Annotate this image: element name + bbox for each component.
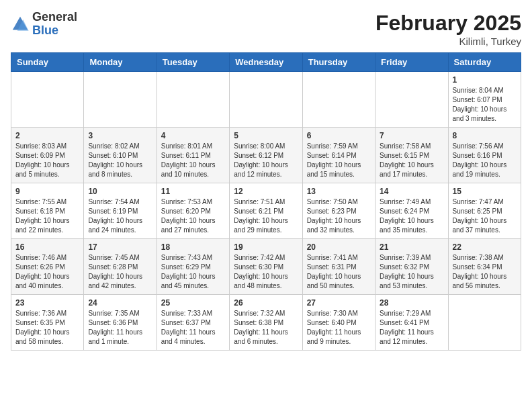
calendar-cell: 21Sunrise: 7:39 AM Sunset: 6:32 PM Dayli… bbox=[375, 239, 448, 295]
day-info: Sunrise: 7:59 AM Sunset: 6:14 PM Dayligh… bbox=[307, 142, 371, 179]
week-row-5: 23Sunrise: 7:36 AM Sunset: 6:35 PM Dayli… bbox=[11, 295, 521, 351]
day-number: 23 bbox=[15, 298, 79, 308]
day-info: Sunrise: 7:38 AM Sunset: 6:34 PM Dayligh… bbox=[453, 253, 517, 291]
day-number: 20 bbox=[307, 242, 371, 252]
calendar-cell: 20Sunrise: 7:41 AM Sunset: 6:31 PM Dayli… bbox=[302, 239, 375, 295]
calendar-cell: 18Sunrise: 7:43 AM Sunset: 6:29 PM Dayli… bbox=[157, 239, 229, 295]
day-number: 12 bbox=[234, 187, 298, 196]
day-number: 8 bbox=[453, 131, 517, 140]
day-number: 13 bbox=[307, 187, 371, 196]
day-info: Sunrise: 7:55 AM Sunset: 6:18 PM Dayligh… bbox=[15, 197, 79, 235]
month-year-title: February 2025 bbox=[375, 11, 521, 36]
day-number: 25 bbox=[161, 298, 225, 308]
day-number: 11 bbox=[161, 187, 225, 196]
day-number: 15 bbox=[453, 187, 517, 196]
day-info: Sunrise: 7:29 AM Sunset: 6:41 PM Dayligh… bbox=[380, 309, 443, 347]
weekday-header-thursday: Thursday bbox=[302, 53, 375, 72]
day-info: Sunrise: 7:43 AM Sunset: 6:29 PM Dayligh… bbox=[161, 253, 225, 291]
calendar-cell bbox=[448, 295, 521, 351]
logo-icon bbox=[11, 15, 30, 34]
day-info: Sunrise: 8:04 AM Sunset: 6:07 PM Dayligh… bbox=[453, 86, 517, 124]
calendar-cell: 9Sunrise: 7:55 AM Sunset: 6:18 PM Daylig… bbox=[11, 183, 84, 239]
week-row-2: 2Sunrise: 8:03 AM Sunset: 6:09 PM Daylig… bbox=[11, 128, 521, 183]
calendar-cell: 14Sunrise: 7:49 AM Sunset: 6:24 PM Dayli… bbox=[375, 183, 448, 239]
day-number: 26 bbox=[234, 298, 298, 308]
calendar-cell: 23Sunrise: 7:36 AM Sunset: 6:35 PM Dayli… bbox=[11, 295, 84, 351]
weekday-header-monday: Monday bbox=[84, 53, 157, 72]
day-info: Sunrise: 7:54 AM Sunset: 6:19 PM Dayligh… bbox=[88, 197, 152, 235]
calendar-cell: 17Sunrise: 7:45 AM Sunset: 6:28 PM Dayli… bbox=[84, 239, 157, 295]
weekday-header-row: SundayMondayTuesdayWednesdayThursdayFrid… bbox=[11, 53, 521, 72]
day-info: Sunrise: 7:58 AM Sunset: 6:15 PM Dayligh… bbox=[380, 142, 443, 179]
calendar-cell: 13Sunrise: 7:50 AM Sunset: 6:23 PM Dayli… bbox=[302, 183, 375, 239]
weekday-header-wednesday: Wednesday bbox=[230, 53, 302, 72]
calendar-cell: 24Sunrise: 7:35 AM Sunset: 6:36 PM Dayli… bbox=[84, 295, 157, 351]
logo-text: General Blue bbox=[32, 11, 77, 38]
week-row-4: 16Sunrise: 7:46 AM Sunset: 6:26 PM Dayli… bbox=[11, 239, 521, 295]
day-info: Sunrise: 7:41 AM Sunset: 6:31 PM Dayligh… bbox=[307, 253, 371, 291]
day-info: Sunrise: 7:46 AM Sunset: 6:26 PM Dayligh… bbox=[15, 253, 79, 291]
day-info: Sunrise: 7:50 AM Sunset: 6:23 PM Dayligh… bbox=[307, 197, 371, 235]
day-info: Sunrise: 7:47 AM Sunset: 6:25 PM Dayligh… bbox=[453, 197, 517, 235]
day-number: 10 bbox=[88, 187, 152, 196]
day-number: 14 bbox=[380, 187, 443, 196]
calendar-cell: 4Sunrise: 8:01 AM Sunset: 6:11 PM Daylig… bbox=[157, 128, 229, 183]
calendar-cell: 16Sunrise: 7:46 AM Sunset: 6:26 PM Dayli… bbox=[11, 239, 84, 295]
calendar-cell: 7Sunrise: 7:58 AM Sunset: 6:15 PM Daylig… bbox=[375, 128, 448, 183]
calendar-cell: 2Sunrise: 8:03 AM Sunset: 6:09 PM Daylig… bbox=[11, 128, 84, 183]
day-number: 17 bbox=[88, 242, 152, 252]
day-info: Sunrise: 8:03 AM Sunset: 6:09 PM Dayligh… bbox=[15, 142, 79, 179]
day-info: Sunrise: 7:30 AM Sunset: 6:40 PM Dayligh… bbox=[307, 309, 371, 347]
calendar-cell: 15Sunrise: 7:47 AM Sunset: 6:25 PM Dayli… bbox=[448, 183, 521, 239]
day-number: 9 bbox=[15, 187, 79, 196]
calendar-cell: 10Sunrise: 7:54 AM Sunset: 6:19 PM Dayli… bbox=[84, 183, 157, 239]
day-info: Sunrise: 7:36 AM Sunset: 6:35 PM Dayligh… bbox=[15, 309, 79, 347]
day-number: 5 bbox=[234, 131, 298, 140]
day-info: Sunrise: 8:02 AM Sunset: 6:10 PM Dayligh… bbox=[88, 142, 152, 179]
logo-general: General bbox=[32, 10, 77, 24]
calendar-cell: 22Sunrise: 7:38 AM Sunset: 6:34 PM Dayli… bbox=[448, 239, 521, 295]
day-number: 7 bbox=[380, 131, 443, 140]
day-number: 22 bbox=[453, 242, 517, 252]
day-info: Sunrise: 7:39 AM Sunset: 6:32 PM Dayligh… bbox=[380, 253, 443, 291]
day-info: Sunrise: 7:51 AM Sunset: 6:21 PM Dayligh… bbox=[234, 197, 298, 235]
weekday-header-saturday: Saturday bbox=[448, 53, 521, 72]
day-info: Sunrise: 7:42 AM Sunset: 6:30 PM Dayligh… bbox=[234, 253, 298, 291]
day-info: Sunrise: 7:32 AM Sunset: 6:38 PM Dayligh… bbox=[234, 309, 298, 347]
calendar-cell: 1Sunrise: 8:04 AM Sunset: 6:07 PM Daylig… bbox=[448, 72, 521, 128]
weekday-header-tuesday: Tuesday bbox=[157, 53, 229, 72]
day-number: 19 bbox=[234, 242, 298, 252]
weekday-header-sunday: Sunday bbox=[11, 53, 84, 72]
calendar-cell: 3Sunrise: 8:02 AM Sunset: 6:10 PM Daylig… bbox=[84, 128, 157, 183]
calendar-cell bbox=[302, 72, 375, 128]
day-info: Sunrise: 7:56 AM Sunset: 6:16 PM Dayligh… bbox=[453, 142, 517, 179]
day-info: Sunrise: 7:35 AM Sunset: 6:36 PM Dayligh… bbox=[88, 309, 152, 347]
calendar-cell: 25Sunrise: 7:33 AM Sunset: 6:37 PM Dayli… bbox=[157, 295, 229, 351]
logo-blue: Blue bbox=[32, 24, 58, 37]
day-number: 18 bbox=[161, 242, 225, 252]
calendar-cell: 5Sunrise: 8:00 AM Sunset: 6:12 PM Daylig… bbox=[230, 128, 302, 183]
calendar-cell: 27Sunrise: 7:30 AM Sunset: 6:40 PM Dayli… bbox=[302, 295, 375, 351]
day-number: 2 bbox=[15, 131, 79, 140]
day-info: Sunrise: 8:00 AM Sunset: 6:12 PM Dayligh… bbox=[234, 142, 298, 179]
location-subtitle: Kilimli, Turkey bbox=[375, 36, 521, 47]
calendar-cell: 6Sunrise: 7:59 AM Sunset: 6:14 PM Daylig… bbox=[302, 128, 375, 183]
calendar-cell: 26Sunrise: 7:32 AM Sunset: 6:38 PM Dayli… bbox=[230, 295, 302, 351]
day-number: 4 bbox=[161, 131, 225, 140]
day-number: 27 bbox=[307, 298, 371, 308]
day-info: Sunrise: 7:53 AM Sunset: 6:20 PM Dayligh… bbox=[161, 197, 225, 235]
calendar-cell: 12Sunrise: 7:51 AM Sunset: 6:21 PM Dayli… bbox=[230, 183, 302, 239]
day-info: Sunrise: 7:33 AM Sunset: 6:37 PM Dayligh… bbox=[161, 309, 225, 347]
calendar-cell: 8Sunrise: 7:56 AM Sunset: 6:16 PM Daylig… bbox=[448, 128, 521, 183]
calendar-cell bbox=[230, 72, 302, 128]
logo: General Blue bbox=[11, 11, 77, 38]
day-info: Sunrise: 7:45 AM Sunset: 6:28 PM Dayligh… bbox=[88, 253, 152, 291]
day-number: 6 bbox=[307, 131, 371, 140]
day-number: 16 bbox=[15, 242, 79, 252]
day-number: 1 bbox=[453, 75, 517, 85]
title-block: February 2025 Kilimli, Turkey bbox=[375, 11, 521, 47]
calendar-cell bbox=[84, 72, 157, 128]
calendar-table: SundayMondayTuesdayWednesdayThursdayFrid… bbox=[11, 52, 521, 351]
day-info: Sunrise: 8:01 AM Sunset: 6:11 PM Dayligh… bbox=[161, 142, 225, 179]
day-number: 28 bbox=[380, 298, 443, 308]
